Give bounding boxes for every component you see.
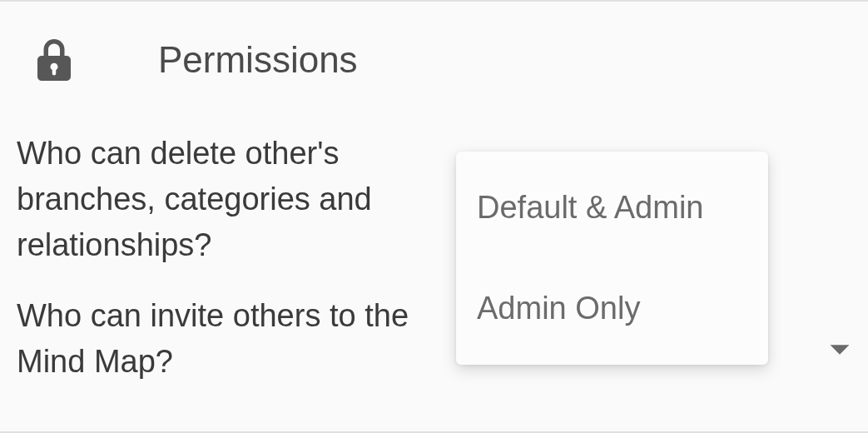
dropdown-popup[interactable]: Default & Admin Admin Only [456,152,768,365]
permission-label: Who can delete other's branches, categor… [17,131,458,268]
permissions-panel: Permissions Who can delete other's branc… [0,0,868,433]
chevron-down-icon[interactable] [828,343,851,360]
dropdown-option-admin-only[interactable]: Admin Only [477,290,747,328]
permission-label: Who can invite others to the Mind Map? [17,293,458,385]
section-title: Permissions [158,39,358,81]
lock-icon [29,35,79,85]
dropdown-option-default-admin[interactable]: Default & Admin [477,189,747,227]
section-header: Permissions [17,35,851,85]
